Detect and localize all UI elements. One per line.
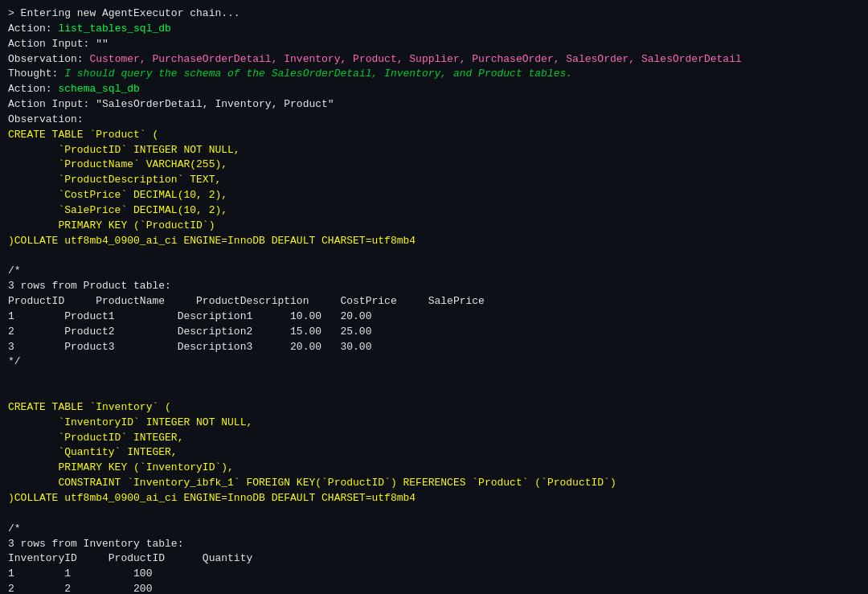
line-32: CONSTRAINT `Inventory_ibfk_1` FOREIGN KE… <box>8 476 860 491</box>
line-37: InventoryID ProductID Quantity <box>8 551 860 567</box>
line-12: `ProductDescription` TEXT, <box>8 173 860 188</box>
line-16: )COLLATE utf8mb4_0900_ai_ci ENGINE=InnoD… <box>8 234 860 249</box>
line-27: CREATE TABLE `Inventory` ( <box>8 400 860 416</box>
line-18: /* <box>8 264 860 279</box>
line-7: Action Input: "SalesOrderDetail, Invento… <box>8 97 860 113</box>
line-36: 3 rows from Inventory table: <box>8 537 860 552</box>
line-29: `ProductID` INTEGER, <box>8 431 860 446</box>
line-33: )COLLATE utf8mb4_0900_ai_ci ENGINE=InnoD… <box>8 491 860 506</box>
line-4: Observation: Customer, PurchaseOrderDeta… <box>8 52 860 68</box>
line-6: Action: schema_sql_db <box>8 82 860 97</box>
line-35: /* <box>8 522 860 537</box>
line-14: `SalePrice` DECIMAL(10, 2), <box>8 203 860 219</box>
line-25 <box>8 370 860 385</box>
line-2: Action: list_tables_sql_db <box>8 22 860 37</box>
line-11: `ProductName` VARCHAR(255), <box>8 158 860 173</box>
line-22: 2 Product2 Description2 15.00 25.00 <box>8 325 860 340</box>
line-26 <box>8 385 860 400</box>
line-13: `CostPrice` DECIMAL(10, 2), <box>8 188 860 203</box>
line-34 <box>8 506 860 522</box>
line-15: PRIMARY KEY (`ProductID`) <box>8 219 860 234</box>
line-23: 3 Product3 Description3 20.00 30.00 <box>8 340 860 355</box>
line-5: Thought: I should query the schema of th… <box>8 67 860 82</box>
line-8: Observation: <box>8 113 860 128</box>
line-38: 1 1 100 <box>8 567 860 582</box>
line-39: 2 2 200 <box>8 582 860 594</box>
line-20: ProductID ProductName ProductDescription… <box>8 294 860 309</box>
line-10: `ProductID` INTEGER NOT NULL, <box>8 143 860 158</box>
line-30: `Quantity` INTEGER, <box>8 445 860 461</box>
line-28: `InventoryID` INTEGER NOT NULL, <box>8 416 860 431</box>
line-19: 3 rows from Product table: <box>8 279 860 294</box>
line-31: PRIMARY KEY (`InventoryID`), <box>8 461 860 476</box>
line-21: 1 Product1 Description1 10.00 20.00 <box>8 309 860 325</box>
line-9: CREATE TABLE `Product` ( <box>8 128 860 143</box>
terminal-window: > Entering new AgentExecutor chain... Ac… <box>0 0 868 594</box>
line-3: Action Input: "" <box>8 37 860 52</box>
line-24: */ <box>8 354 860 370</box>
line-1: > Entering new AgentExecutor chain... <box>8 6 860 22</box>
line-17 <box>8 249 860 264</box>
